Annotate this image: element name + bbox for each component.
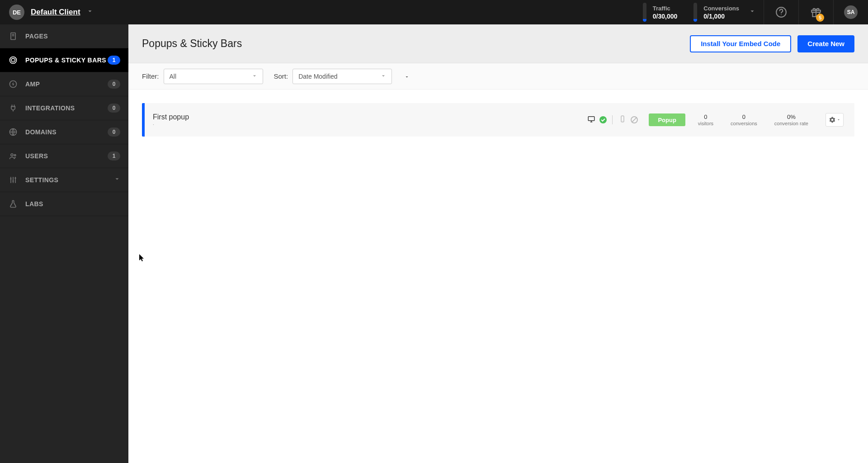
- user-menu[interactable]: SA: [834, 0, 868, 24]
- sliders-icon: [8, 175, 18, 185]
- svg-point-11: [14, 155, 16, 156]
- sort-label: Sort:: [274, 72, 288, 80]
- sidebar-item-label: LABS: [25, 200, 120, 208]
- svg-point-10: [11, 154, 13, 156]
- metric-visitors: 0 visitors: [698, 113, 713, 126]
- sidebar-item-label: SETTINGS: [25, 176, 114, 184]
- row-settings-button[interactable]: [826, 113, 844, 127]
- sidebar-item-label: DOMAINS: [25, 128, 108, 136]
- sidebar-item-settings[interactable]: SETTINGS: [0, 168, 128, 192]
- svg-rect-12: [589, 117, 595, 121]
- top-header: DE Default Client Traffic 0/30,000 Conve…: [0, 0, 868, 24]
- sidebar-item-label: POPUPS & STICKY BARS: [25, 57, 108, 64]
- device-status: [587, 115, 638, 125]
- header-right: Traffic 0/30,000 Conversions 0/1,000 5 S…: [635, 0, 868, 24]
- bolt-icon: [8, 79, 18, 89]
- popup-row[interactable]: First popup · Popup 0 visitors 0 convers…: [142, 103, 854, 137]
- help-button[interactable]: [764, 0, 798, 24]
- svg-point-7: [13, 60, 14, 61]
- flask-icon: [8, 199, 18, 209]
- chevron-down-icon: [114, 176, 120, 184]
- sidebar-badge: 0: [108, 80, 120, 89]
- traffic-value: 0/30,000: [653, 13, 678, 20]
- globe-icon: [8, 127, 18, 137]
- traffic-bar: [643, 3, 646, 22]
- filter-value: All: [170, 73, 252, 80]
- sidebar-item-label: USERS: [25, 152, 108, 160]
- conversions-value: 0/1,000: [703, 13, 739, 20]
- filter-bar: Filter: All Sort: Date Modified: [128, 63, 868, 90]
- conversions-bar: [693, 3, 697, 22]
- sidebar-badge: 1: [108, 151, 120, 161]
- sidebar-badge: 1: [108, 56, 120, 65]
- sidebar: PAGES POPUPS & STICKY BARS 1 AMP 0 INTEG…: [0, 24, 128, 463]
- sort-value: Date Modified: [298, 73, 381, 80]
- sort-direction-button[interactable]: [403, 72, 411, 80]
- metric-conversions: 0 conversions: [731, 113, 757, 126]
- sort-select[interactable]: Date Modified: [292, 69, 392, 84]
- popup-list: First popup · Popup 0 visitors 0 convers…: [128, 90, 868, 150]
- page-title: Popups & Sticky Bars: [142, 38, 690, 50]
- gift-badge: 5: [816, 14, 824, 22]
- gift-button[interactable]: 5: [799, 0, 833, 24]
- client-avatar: DE: [9, 5, 24, 20]
- client-name: Default Client: [31, 8, 80, 17]
- popup-name: First popup: [153, 113, 397, 121]
- status-enabled-icon: [599, 116, 607, 123]
- users-icon: [8, 151, 18, 161]
- desktop-icon: [587, 115, 596, 125]
- page-icon: [8, 31, 18, 41]
- client-selector[interactable]: DE Default Client: [0, 0, 102, 24]
- conversions-usage[interactable]: Conversions 0/1,000: [685, 0, 764, 24]
- popup-subtext: ·: [153, 122, 397, 127]
- install-embed-button[interactable]: Install Your Embed Code: [690, 35, 791, 52]
- status-disabled-icon: [631, 116, 638, 123]
- sidebar-badge: 0: [108, 104, 120, 113]
- chevron-down-icon: [252, 72, 257, 80]
- traffic-label: Traffic: [653, 5, 678, 12]
- filter-label: Filter:: [142, 72, 159, 80]
- sidebar-item-domains[interactable]: DOMAINS 0: [0, 120, 128, 144]
- sidebar-item-label: AMP: [25, 80, 108, 88]
- sidebar-item-pages[interactable]: PAGES: [0, 24, 128, 48]
- traffic-usage[interactable]: Traffic 0/30,000: [635, 0, 686, 24]
- mobile-icon: [618, 115, 627, 125]
- filter-select[interactable]: All: [164, 69, 263, 84]
- sidebar-item-amp[interactable]: AMP 0: [0, 72, 128, 96]
- type-badge: Popup: [649, 113, 685, 126]
- svg-point-1: [781, 14, 782, 15]
- user-avatar: SA: [844, 5, 858, 19]
- sidebar-item-popups[interactable]: POPUPS & STICKY BARS 1: [0, 48, 128, 72]
- chevron-down-icon: [749, 8, 755, 16]
- main-content: Popups & Sticky Bars Install Your Embed …: [128, 24, 868, 463]
- chevron-down-icon: [87, 8, 93, 16]
- main-header: Popups & Sticky Bars Install Your Embed …: [128, 24, 868, 63]
- conversions-label: Conversions: [703, 5, 739, 12]
- metric-conversion-rate: 0% conversion rate: [774, 113, 808, 126]
- sidebar-item-users[interactable]: USERS 1: [0, 144, 128, 168]
- chevron-down-icon: [381, 72, 386, 80]
- plug-icon: [8, 103, 18, 113]
- sidebar-item-labs[interactable]: LABS: [0, 192, 128, 216]
- target-icon: [8, 55, 18, 65]
- sidebar-badge: 0: [108, 128, 120, 137]
- create-new-button[interactable]: Create New: [797, 35, 854, 52]
- sidebar-item-integrations[interactable]: INTEGRATIONS 0: [0, 96, 128, 120]
- sidebar-item-label: INTEGRATIONS: [25, 104, 108, 112]
- svg-point-14: [623, 121, 623, 121]
- sidebar-item-label: PAGES: [25, 33, 120, 40]
